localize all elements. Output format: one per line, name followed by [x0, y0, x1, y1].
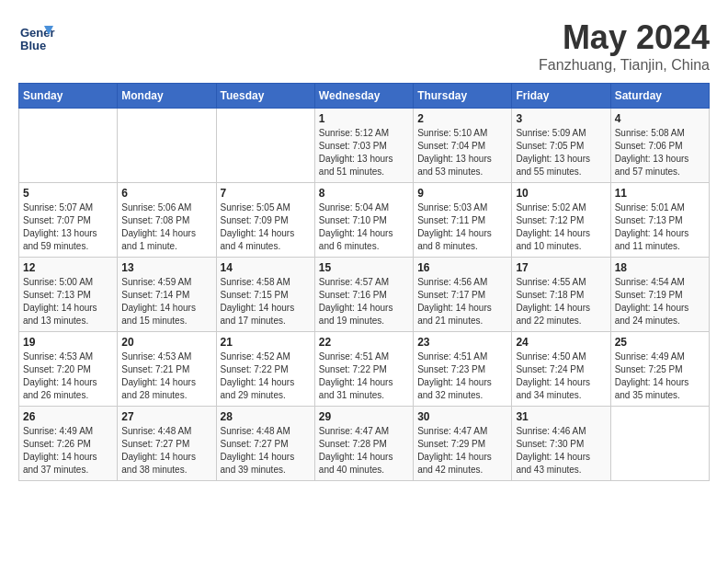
calendar-cell: 17Sunrise: 4:55 AM Sunset: 7:18 PM Dayli…: [512, 258, 610, 332]
calendar-cell: 30Sunrise: 4:47 AM Sunset: 7:29 PM Dayli…: [414, 407, 512, 481]
page-header: General Blue May 2024 Fanzhuang, Tianjin…: [18, 18, 710, 74]
day-info: Sunrise: 4:58 AM Sunset: 7:15 PM Dayligh…: [221, 276, 311, 327]
day-number: 29: [319, 410, 409, 423]
day-number: 23: [417, 336, 507, 349]
calendar-cell: 19Sunrise: 4:53 AM Sunset: 7:20 PM Dayli…: [19, 332, 118, 407]
day-number: 12: [23, 261, 113, 274]
calendar-cell: 29Sunrise: 4:47 AM Sunset: 7:28 PM Dayli…: [314, 407, 413, 481]
day-info: Sunrise: 4:52 AM Sunset: 7:22 PM Dayligh…: [221, 350, 311, 402]
logo-icon: General Blue: [18, 18, 55, 55]
month-title: May 2024: [539, 18, 710, 57]
day-info: Sunrise: 5:05 AM Sunset: 7:09 PM Dayligh…: [221, 201, 311, 253]
day-info: Sunrise: 4:47 AM Sunset: 7:28 PM Dayligh…: [319, 425, 409, 477]
day-number: 17: [516, 261, 606, 274]
calendar-cell: 5Sunrise: 5:07 AM Sunset: 7:07 PM Daylig…: [19, 183, 118, 258]
day-number: 6: [121, 187, 211, 200]
day-number: 18: [615, 261, 705, 274]
day-info: Sunrise: 4:51 AM Sunset: 7:23 PM Dayligh…: [417, 350, 507, 402]
calendar-cell: 1Sunrise: 5:12 AM Sunset: 7:03 PM Daylig…: [314, 109, 413, 183]
day-number: 21: [221, 336, 311, 349]
day-info: Sunrise: 4:51 AM Sunset: 7:22 PM Dayligh…: [319, 350, 409, 402]
weekday-header-monday: Monday: [118, 84, 216, 109]
calendar-week-row: 12Sunrise: 5:00 AM Sunset: 7:13 PM Dayli…: [19, 258, 710, 332]
calendar-cell: 26Sunrise: 4:49 AM Sunset: 7:26 PM Dayli…: [19, 407, 118, 481]
day-number: 27: [121, 410, 211, 423]
calendar-cell: [216, 109, 314, 183]
day-number: 30: [417, 410, 507, 423]
calendar-week-row: 19Sunrise: 4:53 AM Sunset: 7:20 PM Dayli…: [19, 332, 710, 407]
day-info: Sunrise: 4:46 AM Sunset: 7:30 PM Dayligh…: [516, 425, 606, 477]
day-info: Sunrise: 5:03 AM Sunset: 7:11 PM Dayligh…: [417, 201, 507, 253]
calendar-cell: 12Sunrise: 5:00 AM Sunset: 7:13 PM Dayli…: [19, 258, 118, 332]
day-number: 28: [221, 410, 311, 423]
logo: General Blue: [18, 18, 60, 55]
calendar-cell: [19, 109, 118, 183]
calendar-cell: 7Sunrise: 5:05 AM Sunset: 7:09 PM Daylig…: [216, 183, 314, 258]
day-info: Sunrise: 4:56 AM Sunset: 7:17 PM Dayligh…: [417, 276, 507, 327]
weekday-header-thursday: Thursday: [414, 84, 512, 109]
day-info: Sunrise: 4:55 AM Sunset: 7:18 PM Dayligh…: [516, 276, 606, 327]
calendar-cell: 25Sunrise: 4:49 AM Sunset: 7:25 PM Dayli…: [610, 332, 709, 407]
day-number: 14: [221, 261, 311, 274]
day-info: Sunrise: 4:59 AM Sunset: 7:14 PM Dayligh…: [121, 276, 211, 327]
day-info: Sunrise: 4:50 AM Sunset: 7:24 PM Dayligh…: [516, 350, 606, 402]
day-info: Sunrise: 5:07 AM Sunset: 7:07 PM Dayligh…: [23, 201, 113, 253]
day-info: Sunrise: 5:09 AM Sunset: 7:05 PM Dayligh…: [516, 127, 606, 178]
calendar-cell: 6Sunrise: 5:06 AM Sunset: 7:08 PM Daylig…: [118, 183, 216, 258]
day-info: Sunrise: 5:04 AM Sunset: 7:10 PM Dayligh…: [319, 201, 409, 253]
day-number: 15: [319, 261, 409, 274]
day-info: Sunrise: 5:10 AM Sunset: 7:04 PM Dayligh…: [417, 127, 507, 178]
day-info: Sunrise: 4:53 AM Sunset: 7:21 PM Dayligh…: [121, 350, 211, 402]
day-number: 10: [516, 187, 606, 200]
weekday-header-sunday: Sunday: [19, 84, 118, 109]
title-section: May 2024 Fanzhuang, Tianjin, China: [539, 18, 710, 74]
weekday-header-tuesday: Tuesday: [216, 84, 314, 109]
day-number: 22: [319, 336, 409, 349]
calendar-cell: [610, 407, 709, 481]
day-number: 24: [516, 336, 606, 349]
weekday-header-friday: Friday: [512, 84, 610, 109]
day-number: 16: [417, 261, 507, 274]
weekday-header-saturday: Saturday: [610, 84, 709, 109]
day-number: 2: [417, 112, 507, 125]
day-number: 13: [121, 261, 211, 274]
calendar-cell: 31Sunrise: 4:46 AM Sunset: 7:30 PM Dayli…: [512, 407, 610, 481]
day-number: 8: [319, 187, 409, 200]
day-number: 11: [615, 187, 705, 200]
day-info: Sunrise: 5:08 AM Sunset: 7:06 PM Dayligh…: [615, 127, 705, 178]
calendar-cell: 14Sunrise: 4:58 AM Sunset: 7:15 PM Dayli…: [216, 258, 314, 332]
calendar-cell: 27Sunrise: 4:48 AM Sunset: 7:27 PM Dayli…: [118, 407, 216, 481]
calendar-cell: 10Sunrise: 5:02 AM Sunset: 7:12 PM Dayli…: [512, 183, 610, 258]
day-number: 1: [319, 112, 409, 125]
calendar-cell: 22Sunrise: 4:51 AM Sunset: 7:22 PM Dayli…: [314, 332, 413, 407]
day-number: 4: [615, 112, 705, 125]
day-number: 31: [516, 410, 606, 423]
day-info: Sunrise: 4:47 AM Sunset: 7:29 PM Dayligh…: [417, 425, 507, 477]
calendar-cell: 4Sunrise: 5:08 AM Sunset: 7:06 PM Daylig…: [610, 109, 709, 183]
calendar-cell: 20Sunrise: 4:53 AM Sunset: 7:21 PM Dayli…: [118, 332, 216, 407]
calendar-week-row: 5Sunrise: 5:07 AM Sunset: 7:07 PM Daylig…: [19, 183, 710, 258]
day-number: 19: [23, 336, 113, 349]
day-number: 3: [516, 112, 606, 125]
calendar-cell: 3Sunrise: 5:09 AM Sunset: 7:05 PM Daylig…: [512, 109, 610, 183]
calendar-cell: 18Sunrise: 4:54 AM Sunset: 7:19 PM Dayli…: [610, 258, 709, 332]
calendar-cell: 15Sunrise: 4:57 AM Sunset: 7:16 PM Dayli…: [314, 258, 413, 332]
day-number: 26: [23, 410, 113, 423]
day-number: 5: [23, 187, 113, 200]
calendar-cell: 21Sunrise: 4:52 AM Sunset: 7:22 PM Dayli…: [216, 332, 314, 407]
calendar-cell: 9Sunrise: 5:03 AM Sunset: 7:11 PM Daylig…: [414, 183, 512, 258]
calendar-week-row: 1Sunrise: 5:12 AM Sunset: 7:03 PM Daylig…: [19, 109, 710, 183]
day-info: Sunrise: 5:06 AM Sunset: 7:08 PM Dayligh…: [121, 201, 211, 253]
day-info: Sunrise: 5:01 AM Sunset: 7:13 PM Dayligh…: [615, 201, 705, 253]
calendar-header: SundayMondayTuesdayWednesdayThursdayFrid…: [19, 84, 710, 109]
calendar-body: 1Sunrise: 5:12 AM Sunset: 7:03 PM Daylig…: [19, 109, 710, 481]
day-info: Sunrise: 4:54 AM Sunset: 7:19 PM Dayligh…: [615, 276, 705, 327]
svg-text:Blue: Blue: [20, 39, 46, 52]
calendar-cell: 13Sunrise: 4:59 AM Sunset: 7:14 PM Dayli…: [118, 258, 216, 332]
day-info: Sunrise: 4:48 AM Sunset: 7:27 PM Dayligh…: [221, 425, 311, 477]
calendar-cell: [118, 109, 216, 183]
day-info: Sunrise: 4:57 AM Sunset: 7:16 PM Dayligh…: [319, 276, 409, 327]
day-info: Sunrise: 4:49 AM Sunset: 7:26 PM Dayligh…: [23, 425, 113, 477]
location-title: Fanzhuang, Tianjin, China: [539, 57, 710, 74]
calendar-cell: 28Sunrise: 4:48 AM Sunset: 7:27 PM Dayli…: [216, 407, 314, 481]
